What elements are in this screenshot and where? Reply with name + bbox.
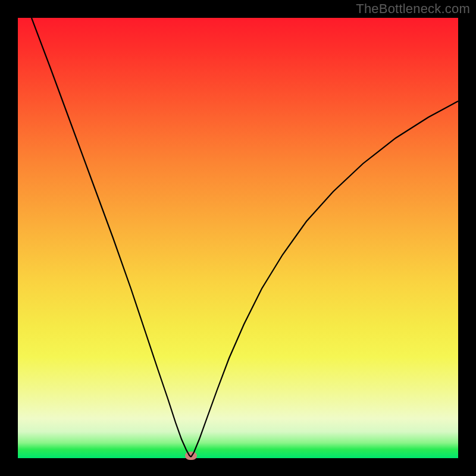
- plot-area: [18, 18, 458, 458]
- bottleneck-curve: [18, 18, 458, 458]
- watermark-text: TheBottleneck.com: [356, 1, 470, 17]
- chart-container: TheBottleneck.com: [0, 0, 476, 476]
